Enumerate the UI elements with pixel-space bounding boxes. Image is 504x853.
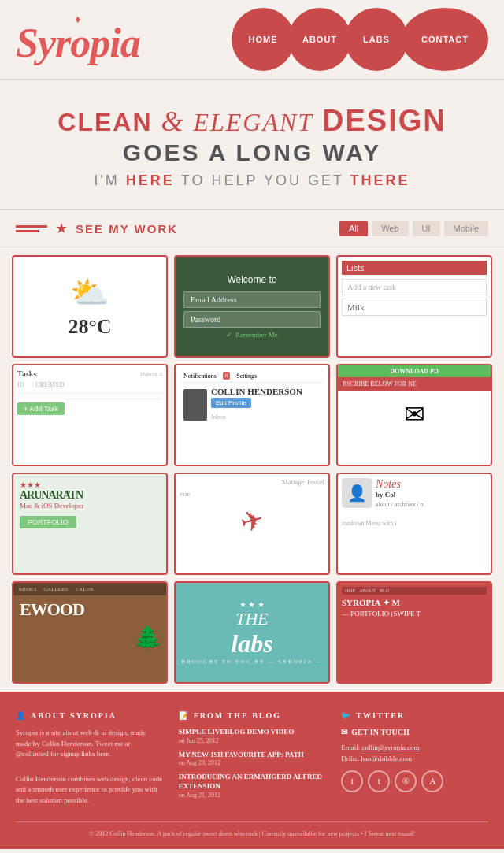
labs-the-text: THE — [181, 609, 322, 629]
login-remember-checkbox: ✓ Remember Me — [226, 331, 278, 339]
profile-details: COLLIN HENDERSON Edit Profile Inbox — [211, 387, 302, 422]
tasks-col-created: CREATED — [35, 381, 64, 388]
mobile-site-title: SYROPIA ✦ M — [342, 598, 487, 608]
grid-item-newsletter[interactable]: DOWNLOAD PD BSCRIBE BELOW FOR NE ✉ — [336, 364, 492, 466]
labs-labs-text: labs — [181, 629, 322, 658]
grid-item-syropia-mobile[interactable]: HME ABOUT BLO SYROPIA ✦ M — PORTFOLIO (S… — [336, 581, 492, 684]
social-dribbble-icon[interactable]: ® — [395, 770, 417, 792]
notes-content: 👤 Notes by Col about / archives / n — [342, 478, 487, 508]
blog-icon: 📝 — [179, 711, 190, 720]
profile-edit-button[interactable]: Edit Profile — [211, 398, 251, 408]
mobile-nav-home: HME — [345, 588, 355, 593]
get-in-touch-label: ✉ GET IN TOUCH — [341, 728, 488, 736]
nav-labs[interactable]: LABS — [345, 8, 408, 71]
nav-home[interactable]: HOME — [232, 8, 295, 71]
grid-item-developer[interactable]: ★★★ ARUNARATN Mac & iOS Developer PORTFO… — [12, 473, 168, 575]
filter-mobile[interactable]: Mobile — [444, 221, 488, 236]
filter-all[interactable]: All — [339, 221, 368, 236]
notifications-label: Notifications — [183, 373, 217, 380]
hero-im: I'M — [94, 172, 119, 188]
wood-nav: ABOUT GALLERY CALEN — [13, 583, 166, 595]
wood-nav-gallery: GALLERY — [43, 586, 69, 592]
grid-item-labs[interactable]: ★ ★ ★ THE labs BROUGHT TO YOU BY — SYROP… — [174, 581, 330, 684]
blog-item-1-title[interactable]: SIMPLE LIVEBLOG DEMO VIDEO — [179, 728, 326, 737]
footer-about-title: 👤 ABOUT SYROPIA — [16, 711, 163, 720]
login-welcome-text: Welcome to — [227, 274, 276, 285]
twitter-icon: 🐦 — [341, 711, 352, 720]
grid-item-weather[interactable]: ⛅ 28°C — [12, 255, 168, 358]
notes-avatar: 👤 — [342, 478, 372, 508]
login-remember-label: Remember Me — [235, 331, 278, 339]
profile-avatar — [183, 389, 207, 421]
lists-item-milk: Milk — [342, 299, 487, 316]
blog-item-2-date: on Aug 23, 2012 — [179, 759, 326, 766]
filter-web[interactable]: Web — [372, 221, 408, 236]
mobile-nav-blog: BLO — [380, 588, 389, 593]
tasks-add-button[interactable]: + Add Task — [17, 402, 65, 415]
user-icon: 👤 — [16, 711, 27, 720]
header: ♦ Syropia HOME ABOUT LABS CONTACT — [0, 0, 504, 80]
grid-item-profile[interactable]: Notifications 8 Settings COLLIN HENDERSO… — [174, 364, 330, 466]
hero-line1: CLEAN & Elegant DESIGN — [16, 104, 488, 138]
social-tumblr-icon[interactable]: t — [368, 770, 390, 792]
lists-add-task-input: Add a new task — [342, 279, 487, 295]
grid-item-wood[interactable]: ABOUT GALLERY CALEN EWOOD 🌲 — [12, 581, 168, 684]
login-email-field: Email Address — [183, 291, 321, 308]
notification-badge: 8 — [223, 372, 231, 380]
portfolio-filters: All Web UI Mobile — [339, 221, 488, 236]
footer-copyright: © 2012 Collin Henderson. A pack of regul… — [16, 821, 488, 837]
newsletter-envelope: ✉ — [338, 391, 491, 438]
tasks-mode-label: INBOX 2 — [141, 371, 162, 377]
logo-wrap: ♦ Syropia — [16, 13, 140, 66]
wood-text: EWOOD — [13, 595, 166, 624]
checkmark-icon: ✓ — [226, 331, 232, 339]
tasks-row-1 — [17, 388, 162, 394]
mobile-nav-about: ABOUT — [359, 588, 376, 593]
grid-item-travel[interactable]: Manage Travel erie ✈ — [174, 473, 330, 575]
hero-to-help: TO HELP YOU GET — [181, 172, 344, 188]
portfolio-line-1 — [16, 225, 47, 228]
social-app-icon[interactable]: A — [421, 770, 443, 792]
footer-dribbble-link[interactable]: han@dribble.com — [361, 755, 413, 762]
labs-stars-row: ★ ★ ★ — [181, 600, 322, 609]
portfolio-title: SEE MY WORK — [76, 222, 178, 236]
grid-item-notes[interactable]: 👤 Notes by Col about / archives / n rond… — [336, 473, 492, 575]
profile-name: COLLIN HENDERSON — [211, 387, 302, 396]
labs-star-icon: ★ ★ ★ — [239, 600, 265, 609]
footer-blog: 📝 FROM THE BLOG SIMPLE LIVEBLOG DEMO VID… — [179, 711, 326, 806]
wood-tree-icon: 🌲 — [13, 624, 166, 651]
wood-nav-calendar: CALEN — [75, 586, 93, 592]
profile-inbox-label: Inbox — [211, 414, 226, 421]
grid-item-login[interactable]: Welcome to Email Address Password ✓ Reme… — [174, 255, 330, 358]
mobile-nav: HME ABOUT BLO — [342, 587, 487, 595]
footer-about-text2: Collin Henderson combines web design, cl… — [16, 774, 163, 807]
developer-name: ARUNARATN — [20, 489, 160, 502]
envelope-small-icon: ✉ — [341, 728, 347, 736]
hero-section: CLEAN & Elegant DESIGN GOES A LONG WAY I… — [0, 80, 504, 210]
tasks-columns: ID CREATED — [17, 381, 162, 388]
mobile-portfolio-label: — PORTFOLIO (SWIPE T — [342, 610, 487, 617]
portfolio-star-icon: ★ — [55, 220, 68, 237]
footer-email: Email: collin@syropia.com — [341, 743, 488, 754]
portfolio-line-2 — [16, 230, 39, 232]
filter-ui[interactable]: UI — [413, 221, 440, 236]
footer-get-in-touch: ✉ GET IN TOUCH — [341, 728, 488, 736]
footer-grid: 👤 ABOUT SYROPIA Syropia is a site about … — [16, 711, 488, 806]
blog-item-1-date: on Jun 25, 2012 — [179, 737, 326, 744]
social-twitter-icon[interactable]: t — [341, 770, 363, 792]
blog-item-2: MY NEW-ISH FAVOURITE APP: PATH on Aug 23… — [179, 751, 326, 767]
footer-email-link[interactable]: collin@syropia.com — [362, 744, 420, 751]
footer: 👤 ABOUT SYROPIA Syropia is a site about … — [0, 692, 504, 849]
envelope-icon: ✉ — [404, 399, 425, 429]
nav-about[interactable]: ABOUT — [288, 8, 351, 71]
notes-links: about / archives / n — [376, 501, 424, 508]
nav-contact[interactable]: CONTACT — [402, 8, 488, 71]
grid-item-lists[interactable]: Lists Add a new task Milk — [336, 255, 492, 358]
developer-stars-icon: ★★★ — [20, 480, 160, 489]
blog-item-3-title[interactable]: INTRODUCING AN ERMAHGERD ALFRED EXTENSIO… — [179, 773, 326, 791]
developer-portfolio-button[interactable]: PORTFOLIO — [20, 516, 76, 528]
blog-item-2-title[interactable]: MY NEW-ISH FAVOURITE APP: PATH — [179, 751, 326, 760]
notes-text-content: Notes by Col about / archives / n — [376, 478, 424, 508]
grid-item-tasks[interactable]: Tasks INBOX 2 ID CREATED + Add Task — [12, 364, 168, 466]
site-logo[interactable]: Syropia — [16, 20, 140, 66]
